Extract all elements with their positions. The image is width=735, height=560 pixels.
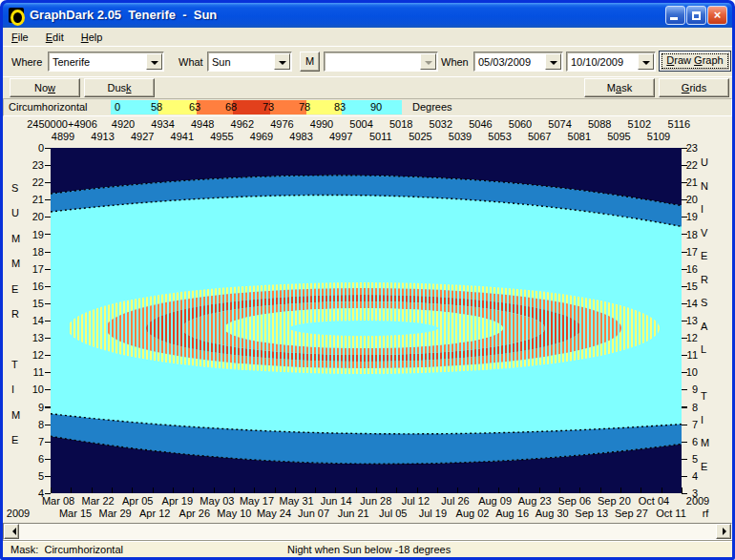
hour-label-right: 14 — [682, 298, 698, 309]
menu-help[interactable]: Help — [73, 29, 112, 48]
hour-label-right: 8 — [682, 402, 698, 413]
chevron-down-icon[interactable] — [638, 53, 654, 70]
horizontal-scrollbar[interactable] — [3, 523, 732, 540]
legend-stop-label: 78 — [299, 101, 310, 113]
julian-date-label: 4990 — [310, 118, 333, 130]
title-bar[interactable]: GraphDark 2.05 Tenerife - Sun × — [3, 3, 732, 28]
x-date-label: Jun 21 — [338, 508, 369, 519]
now-button[interactable]: Now — [10, 78, 80, 97]
x-date-label: Aug 09 — [478, 495, 512, 507]
y-axis-word-right: E — [701, 461, 707, 472]
scroll-right-icon[interactable] — [716, 524, 731, 539]
hour-label-left: 7 — [22, 436, 44, 447]
date-from-combobox[interactable]: 05/03/2009 — [473, 52, 563, 72]
y-axis-word-left: M — [11, 233, 20, 244]
what-combobox[interactable]: Sun — [207, 52, 292, 72]
window-title: GraphDark 2.05 Tenerife - Sun — [30, 8, 217, 22]
julian-date-label: 4983 — [289, 131, 312, 142]
julian-date-label: 4955 — [210, 131, 233, 142]
status-mask-text: Mask: Circumhorizontal — [10, 544, 123, 555]
y-axis-word-left: E — [11, 434, 18, 446]
hour-label-right: 20 — [682, 194, 698, 205]
hour-label-right: 23 — [682, 142, 698, 154]
y-axis-word-right: M — [701, 437, 709, 448]
toolbar-secondary: Now Dusk Mask Grids — [3, 76, 732, 98]
hour-label-left: 18 — [22, 246, 44, 258]
julian-date-label: 4969 — [250, 131, 273, 142]
where-label: Where — [11, 56, 42, 68]
julian-date-label: 5081 — [568, 131, 591, 142]
julian-date-label: 5018 — [389, 118, 412, 130]
close-button[interactable]: × — [707, 6, 727, 25]
julian-date-label: 5053 — [488, 131, 511, 142]
darkness-graph[interactable] — [51, 148, 682, 493]
mask-button[interactable]: Mask — [584, 78, 655, 97]
app-window: GraphDark 2.05 Tenerife - Sun × FileEdit… — [0, 0, 735, 560]
y-axis-word-left: R — [11, 308, 19, 320]
x-date-label: Jun 28 — [360, 495, 391, 507]
chevron-down-icon — [420, 53, 436, 70]
x-date-label: Sep 20 — [598, 495, 631, 507]
hour-label-right: 6 — [682, 436, 698, 447]
y-axis-word-right: E — [701, 250, 707, 261]
x-date-label: May 17 — [240, 495, 274, 507]
legend-stop-label: 58 — [151, 101, 162, 113]
hour-label-left: 13 — [22, 332, 44, 343]
x-date-label: Apr 26 — [179, 508, 210, 519]
x-date-label: Mar 08 — [42, 495, 74, 507]
y-axis-word-left: U — [11, 207, 19, 218]
x-date-label: May 10 — [217, 508, 251, 519]
y-axis-word-right: A — [701, 321, 707, 332]
x-date-label: May 24 — [257, 508, 291, 519]
when-label: When — [441, 56, 469, 68]
julian-date-label: 5109 — [647, 131, 670, 142]
hour-label-right: 5 — [682, 453, 698, 465]
y-axis-word-right: I — [701, 203, 704, 215]
x-year-label: 2009 — [686, 495, 709, 507]
legend-mask-name: Circumhorizontal — [9, 101, 88, 113]
x-date-label: Apr 05 — [122, 495, 153, 507]
y-axis-word-left: S — [11, 182, 18, 194]
chevron-down-icon[interactable] — [146, 53, 162, 70]
hour-label-right: 11 — [682, 349, 698, 361]
hour-label-right: 18 — [682, 229, 698, 240]
x-date-label: Jul 12 — [402, 495, 430, 507]
julian-date-label: 5067 — [528, 131, 551, 142]
menu-bar: FileEditHelp — [3, 28, 732, 47]
hour-label-right: 15 — [682, 280, 698, 292]
scroll-left-icon[interactable] — [4, 524, 19, 539]
chevron-down-icon[interactable] — [274, 53, 290, 70]
hour-label-left: 19 — [22, 229, 44, 240]
minimize-button[interactable] — [665, 6, 685, 25]
hour-label-right: 17 — [682, 246, 698, 258]
hour-label-left: 9 — [22, 402, 44, 413]
maximize-button[interactable] — [686, 6, 706, 25]
x-date-label: Aug 16 — [495, 508, 529, 519]
menu-edit[interactable]: Edit — [37, 29, 73, 48]
legend-stop-label: 68 — [225, 101, 237, 113]
julian-date-label: 4997 — [329, 131, 352, 142]
hour-label-left: 17 — [22, 263, 44, 275]
hour-label-left: 0 — [22, 142, 44, 154]
x-date-label: May 31 — [280, 495, 314, 507]
hour-label-left: 12 — [22, 349, 44, 361]
julian-date-label: 4934 — [151, 118, 174, 130]
chevron-down-icon[interactable] — [545, 53, 561, 70]
julian-date-label: 4948 — [191, 118, 214, 130]
legend-degrees-label: Degrees — [412, 101, 452, 113]
where-combobox[interactable]: Tenerife — [48, 52, 164, 72]
legend-stop-label: 90 — [370, 101, 382, 113]
grids-button[interactable]: Grids — [659, 78, 729, 97]
julian-date-label: 5032 — [430, 118, 452, 130]
date-to-combobox[interactable]: 10/10/2009 — [566, 52, 656, 72]
x-date-label: Jul 26 — [441, 495, 469, 507]
menu-file[interactable]: File — [3, 29, 37, 48]
m-button[interactable]: M — [300, 52, 320, 72]
x-ticks — [51, 487, 682, 493]
dusk-button[interactable]: Dusk — [84, 78, 155, 97]
hour-label-left: 14 — [22, 315, 44, 326]
draw-graph-button[interactable]: Draw Graph — [659, 51, 731, 72]
y-axis-word-left: I — [11, 384, 14, 395]
x-date-label: Apr 12 — [139, 508, 170, 519]
hour-label-right: 19 — [682, 211, 698, 222]
